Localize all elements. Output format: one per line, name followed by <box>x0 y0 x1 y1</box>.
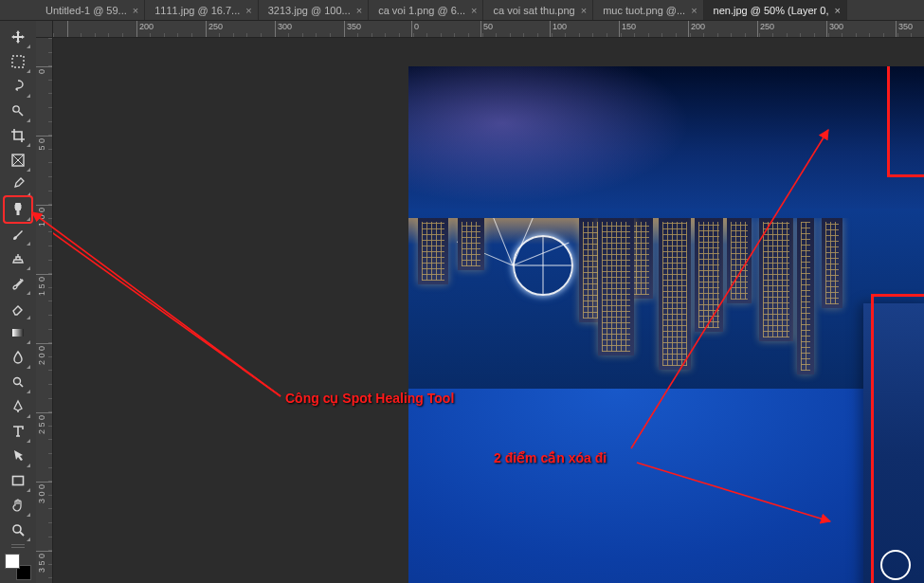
doc-tab[interactable]: 3213.jpg @ 100...× <box>259 0 369 20</box>
svg-rect-9 <box>13 477 24 485</box>
ruler-origin[interactable] <box>36 21 53 38</box>
ruler-tick-label: 350 <box>898 22 913 31</box>
history-brush-tool[interactable] <box>5 271 31 296</box>
canvas-viewport[interactable]: Công cụ Spot Healing Tool 2 điểm cần xóa… <box>53 38 924 583</box>
dodge-tool[interactable] <box>5 370 31 394</box>
ruler-tick-label: 0 <box>414 22 419 31</box>
ruler-tick-label: 3 0 0 <box>38 484 46 503</box>
tools-panel <box>0 21 36 583</box>
ruler-tick-label: 2 5 0 <box>38 415 46 434</box>
svg-point-1 <box>13 106 19 112</box>
doc-tab[interactable]: Untitled-1 @ 59...× <box>36 0 145 20</box>
type-tool[interactable] <box>5 419 31 444</box>
doc-tab-label: ca voi 1.png @ 6... <box>378 5 465 16</box>
document-canvas[interactable] <box>408 66 924 583</box>
annotation-points-label: 2 điểm cần xóa đi <box>494 450 607 465</box>
doc-tab-label: ca voi sat thu.png <box>493 5 574 16</box>
frame-tool[interactable] <box>5 148 31 173</box>
image-region-city <box>408 209 924 389</box>
doc-tab-label: Untitled-1 @ 59... <box>45 5 127 16</box>
close-icon[interactable]: × <box>133 5 138 16</box>
brush-tool[interactable] <box>5 222 31 246</box>
document-tabs: Untitled-1 @ 59...×1111.jpg @ 16.7...×32… <box>0 0 924 21</box>
blur-tool[interactable] <box>5 345 31 370</box>
doc-tab[interactable]: nen.jpg @ 50% (Layer 0,× <box>704 0 847 20</box>
image-artifact-patch <box>863 303 924 583</box>
ruler-tick-label: 1 5 0 <box>38 277 46 296</box>
doc-tab[interactable]: ca voi 1.png @ 6...× <box>369 0 483 20</box>
rectangle-tool[interactable] <box>5 468 31 493</box>
ruler-tick-label: 5 0 <box>38 138 46 151</box>
svg-point-7 <box>14 378 21 385</box>
ruler-tick-label: 350 <box>347 22 361 31</box>
spot-healing-brush-tool[interactable] <box>5 197 31 222</box>
close-icon[interactable]: × <box>581 5 587 16</box>
path-selection-tool[interactable] <box>5 444 31 468</box>
svg-rect-0 <box>12 56 24 67</box>
close-icon[interactable]: × <box>245 5 251 16</box>
clone-stamp-tool[interactable] <box>5 246 31 271</box>
ruler-tick-label: 250 <box>760 22 774 31</box>
svg-point-10 <box>13 525 21 533</box>
doc-tab-label: 3213.jpg @ 100... <box>268 5 351 16</box>
gradient-tool[interactable] <box>5 320 31 345</box>
close-icon[interactable]: × <box>834 5 840 16</box>
ruler-tick-label: 100 <box>553 22 567 31</box>
svg-rect-4 <box>17 210 20 215</box>
close-icon[interactable]: × <box>356 5 362 16</box>
ruler-tick-label: 1 0 0 <box>38 208 46 227</box>
annotation-spot-healing-label: Công cụ Spot Healing Tool <box>285 391 454 406</box>
ruler-tick-label: 150 <box>622 22 636 31</box>
ruler-horizontal[interactable]: 200250300350050100150200250300350 <box>53 21 924 38</box>
image-region-water <box>408 66 924 209</box>
svg-line-11 <box>53 214 281 396</box>
doc-tab[interactable]: ca voi sat thu.png× <box>483 0 593 20</box>
color-swatches[interactable] <box>5 554 31 580</box>
close-icon[interactable]: × <box>471 5 477 16</box>
move-tool[interactable] <box>5 25 31 49</box>
zoom-tool[interactable] <box>5 518 31 542</box>
ruler-tick-label: 0 <box>38 69 46 74</box>
eraser-tool[interactable] <box>5 296 31 320</box>
hand-tool[interactable] <box>5 493 31 518</box>
svg-rect-3 <box>15 203 21 210</box>
svg-point-8 <box>17 410 19 412</box>
svg-rect-6 <box>12 329 24 337</box>
pen-tool[interactable] <box>5 394 31 419</box>
rectangular-marquee-tool[interactable] <box>5 49 31 74</box>
doc-tab[interactable]: muc tuot.png @...× <box>593 0 703 20</box>
tool-separator <box>6 542 30 550</box>
foreground-color-swatch[interactable] <box>5 554 20 569</box>
quick-selection-tool[interactable] <box>5 99 31 123</box>
ruler-tick-label: 50 <box>483 22 493 31</box>
doc-tab-label: muc tuot.png @... <box>603 5 685 16</box>
lasso-tool[interactable] <box>5 74 31 99</box>
brush-cursor <box>880 550 911 580</box>
crop-tool[interactable] <box>5 123 31 148</box>
image-region-sky <box>408 389 924 583</box>
ruler-tick-label: 2 0 0 <box>38 346 46 365</box>
ruler-tick-label: 300 <box>829 22 843 31</box>
ruler-tick-label: 250 <box>208 22 223 31</box>
ruler-tick-label: 300 <box>278 22 292 31</box>
ruler-tick-label: 200 <box>139 22 154 31</box>
doc-tab-label: nen.jpg @ 50% (Layer 0, <box>714 5 829 16</box>
close-icon[interactable]: × <box>691 5 697 16</box>
ruler-tick-label: 3 5 0 <box>38 554 46 573</box>
doc-tab[interactable]: 1111.jpg @ 16.7...× <box>145 0 259 20</box>
doc-tab-label: 1111.jpg @ 16.7... <box>154 5 240 16</box>
eyedropper-tool[interactable] <box>5 173 31 197</box>
ruler-vertical[interactable]: 05 01 0 01 5 02 0 02 5 03 0 03 5 0 <box>36 38 53 583</box>
ruler-tick-label: 200 <box>691 22 705 31</box>
